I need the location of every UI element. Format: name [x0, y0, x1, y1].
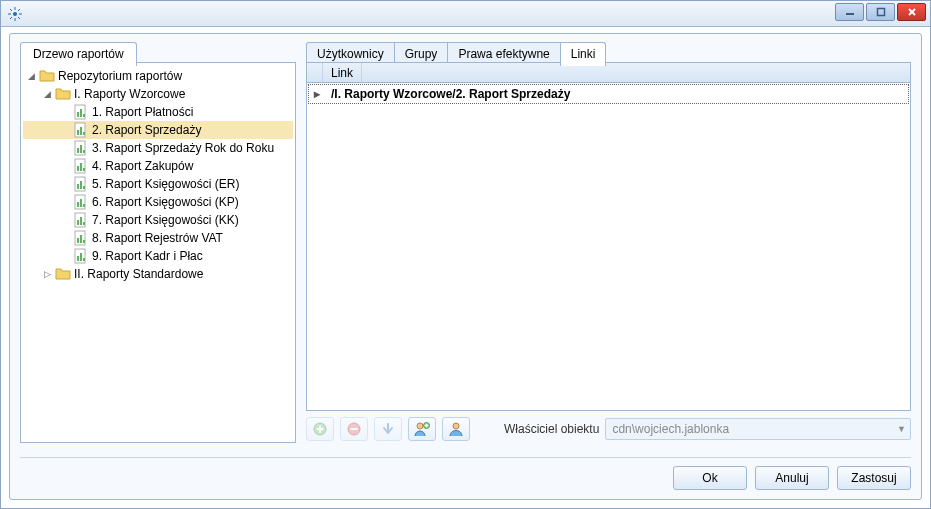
- client-area: Drzewo raportów ◢ Repozytorium raportów …: [9, 33, 922, 500]
- remove-button[interactable]: [340, 417, 368, 441]
- tree-node-report[interactable]: 9. Raport Kadr i Płac: [23, 247, 293, 265]
- tree: ◢ Repozytorium raportów ◢ I. Raporty Wzo…: [21, 63, 295, 287]
- svg-line-6: [18, 17, 20, 19]
- tree-node-folder[interactable]: ▷ II. Raporty Standardowe: [23, 265, 293, 283]
- svg-line-8: [10, 17, 12, 19]
- svg-rect-40: [83, 222, 85, 225]
- apply-button[interactable]: Zastosuj: [837, 466, 911, 490]
- svg-rect-30: [77, 184, 79, 189]
- chevron-down-icon: ▼: [897, 424, 906, 434]
- tree-node-label: II. Raporty Standardowe: [74, 267, 207, 281]
- row-indicator-icon: ▸: [309, 87, 325, 101]
- tree-node-label: 4. Raport Zakupów: [92, 159, 197, 173]
- tree-node-label: 9. Raport Kadr i Płac: [92, 249, 207, 263]
- svg-rect-16: [83, 114, 85, 117]
- svg-rect-26: [77, 166, 79, 171]
- report-icon: [73, 104, 89, 120]
- svg-rect-14: [77, 112, 79, 117]
- svg-rect-48: [83, 258, 85, 261]
- svg-rect-20: [83, 132, 85, 135]
- svg-rect-19: [80, 127, 82, 135]
- grid-body: ▸ /I. Raporty Wzorcowe/2. Raport Sprzeda…: [307, 83, 910, 410]
- owner-select[interactable]: cdn\wojciech.jablonka ▼: [605, 418, 911, 440]
- grid-row[interactable]: ▸ /I. Raporty Wzorcowe/2. Raport Sprzeda…: [308, 84, 909, 104]
- svg-rect-22: [77, 148, 79, 153]
- action-bar: Właściciel obiektu cdn\wojciech.jablonka…: [306, 415, 911, 443]
- svg-rect-39: [80, 217, 82, 225]
- app-icon: [7, 6, 23, 22]
- expand-icon[interactable]: ▷: [41, 269, 53, 279]
- report-icon: [73, 212, 89, 228]
- tab-tree[interactable]: Drzewo raportów: [20, 42, 137, 66]
- minimize-button[interactable]: [835, 3, 864, 21]
- svg-rect-43: [80, 235, 82, 243]
- svg-point-54: [417, 423, 423, 429]
- svg-line-5: [10, 9, 12, 11]
- svg-rect-47: [80, 253, 82, 261]
- tree-node-folder[interactable]: ◢ I. Raporty Wzorcowe: [23, 85, 293, 103]
- svg-rect-18: [77, 130, 79, 135]
- tree-panel: ◢ Repozytorium raportów ◢ I. Raporty Wzo…: [20, 62, 296, 443]
- report-icon: [73, 194, 89, 210]
- svg-rect-31: [80, 181, 82, 189]
- add-button[interactable]: [306, 417, 334, 441]
- report-icon: [73, 122, 89, 138]
- collapse-icon[interactable]: ◢: [25, 71, 37, 81]
- svg-rect-32: [83, 186, 85, 189]
- close-button[interactable]: [897, 3, 926, 21]
- svg-rect-38: [77, 220, 79, 225]
- links-grid-panel: Link ▸ /I. Raporty Wzorcowe/2. Raport Sp…: [306, 62, 911, 411]
- svg-rect-36: [83, 204, 85, 207]
- folder-icon: [39, 68, 55, 84]
- svg-rect-24: [83, 150, 85, 153]
- owner-value: cdn\wojciech.jablonka: [612, 422, 729, 436]
- svg-rect-42: [77, 238, 79, 243]
- svg-line-7: [18, 9, 20, 11]
- report-icon: [73, 176, 89, 192]
- report-icon: [73, 230, 89, 246]
- user-button[interactable]: [442, 417, 470, 441]
- tree-node-report[interactable]: 2. Raport Sprzedaży: [23, 121, 293, 139]
- svg-rect-10: [877, 9, 884, 16]
- grid-header-link[interactable]: Link: [323, 63, 362, 82]
- svg-rect-44: [83, 240, 85, 243]
- tree-node-report[interactable]: 8. Raport Rejestrów VAT: [23, 229, 293, 247]
- tree-node-label: 6. Raport Księgowości (KP): [92, 195, 243, 209]
- tree-node-label: 7. Raport Księgowości (KK): [92, 213, 243, 227]
- svg-point-58: [453, 423, 459, 429]
- tree-node-label: 3. Raport Sprzedaży Rok do Roku: [92, 141, 278, 155]
- maximize-button[interactable]: [866, 3, 895, 21]
- tree-node-report[interactable]: 5. Raport Księgowości (ER): [23, 175, 293, 193]
- tree-node-report[interactable]: 4. Raport Zakupów: [23, 157, 293, 175]
- grid-cell-link: /I. Raporty Wzorcowe/2. Raport Sprzedaży: [325, 87, 576, 101]
- tree-node-report[interactable]: 1. Raport Płatności: [23, 103, 293, 121]
- tree-node-label: 1. Raport Płatności: [92, 105, 197, 119]
- report-icon: [73, 248, 89, 264]
- tree-node-label: 8. Raport Rejestrów VAT: [92, 231, 227, 245]
- svg-point-0: [13, 12, 17, 16]
- svg-rect-35: [80, 199, 82, 207]
- dialog-window: Drzewo raportów ◢ Repozytorium raportów …: [0, 0, 931, 509]
- tree-node-report[interactable]: 6. Raport Księgowości (KP): [23, 193, 293, 211]
- ok-button[interactable]: Ok: [673, 466, 747, 490]
- tree-node-label: 5. Raport Księgowości (ER): [92, 177, 243, 191]
- tree-node-report[interactable]: 3. Raport Sprzedaży Rok do Roku: [23, 139, 293, 157]
- folder-icon: [55, 266, 71, 282]
- tree-node-report[interactable]: 7. Raport Księgowości (KK): [23, 211, 293, 229]
- tree-node-label: I. Raporty Wzorcowe: [74, 87, 189, 101]
- svg-rect-15: [80, 109, 82, 117]
- tree-node-label: Repozytorium raportów: [58, 69, 186, 83]
- move-down-button[interactable]: [374, 417, 402, 441]
- owner-label: Właściciel obiektu: [504, 422, 599, 436]
- svg-rect-23: [80, 145, 82, 153]
- tree-node-root[interactable]: ◢ Repozytorium raportów: [23, 67, 293, 85]
- tab-links[interactable]: Linki: [560, 42, 607, 66]
- svg-rect-46: [77, 256, 79, 261]
- collapse-icon[interactable]: ◢: [41, 89, 53, 99]
- folder-icon: [55, 86, 71, 102]
- dialog-footer: Ok Anuluj Zastosuj: [20, 457, 911, 489]
- svg-rect-34: [77, 202, 79, 207]
- report-icon: [73, 158, 89, 174]
- user-add-button[interactable]: [408, 417, 436, 441]
- cancel-button[interactable]: Anuluj: [755, 466, 829, 490]
